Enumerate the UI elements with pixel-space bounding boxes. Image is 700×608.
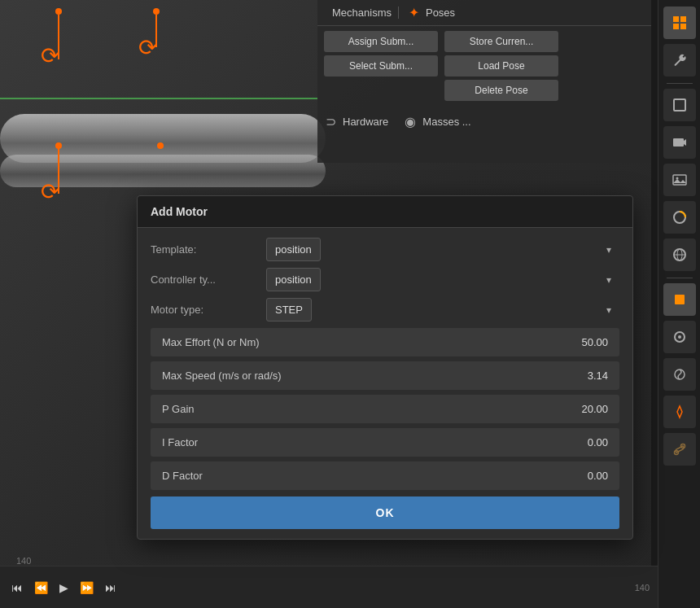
step-forward-button[interactable]: ⏩	[77, 578, 97, 597]
mechanisms-section: Mechanisms	[326, 7, 399, 19]
motor-type-select[interactable]: STEP	[266, 298, 312, 321]
template-select-wrapper: position	[266, 238, 619, 261]
svg-rect-4	[674, 99, 685, 111]
i-factor-value: 0.00	[588, 436, 608, 448]
buttons-row-1: Assign Subm... Store Curren...	[324, 31, 645, 52]
controller-type-label: Controller ty...	[151, 273, 256, 286]
layout-panel-btn[interactable]	[663, 7, 696, 39]
top-toolbar: Mechanisms ✦ Poses Assign Subm... Store …	[317, 0, 651, 163]
masses-section: ◉ Masses ...	[405, 114, 470, 129]
motor-type-label: Motor type:	[151, 304, 256, 316]
scene-icon	[672, 97, 688, 113]
svg-rect-0	[673, 16, 679, 22]
constraint-icon-1: ⟳	[41, 45, 59, 68]
green-axis-line	[0, 98, 317, 99]
i-factor-label: I Factor	[162, 436, 588, 448]
physics-panel-btn[interactable]	[663, 321, 696, 353]
layout-icon	[672, 15, 688, 31]
step-back-button[interactable]: ⏪	[31, 578, 51, 597]
paint-panel-btn[interactable]	[663, 201, 696, 234]
numeric-fields: Max Effort (N or Nm) 50.00 Max Speed (m/…	[151, 328, 619, 490]
select-subm-button[interactable]: Select Subm...	[324, 55, 438, 77]
physics-icon	[672, 329, 688, 345]
toolbar-buttons: Assign Subm... Store Curren... Select Su…	[317, 26, 651, 106]
jump-start-button[interactable]: ⏮	[8, 578, 26, 597]
poses-section: ✦ Poses	[409, 5, 455, 20]
armature-icon	[672, 404, 688, 420]
svg-rect-5	[673, 138, 684, 147]
store-current-button[interactable]: Store Curren...	[444, 31, 558, 52]
masses-label: Masses ...	[422, 116, 470, 128]
wrench-panel-btn[interactable]	[663, 44, 696, 77]
object-icon	[672, 291, 688, 308]
buttons-row-2: Select Subm... Load Pose	[324, 55, 645, 77]
delete-pose-button[interactable]: Delete Pose	[444, 80, 558, 101]
svg-rect-3	[680, 24, 686, 29]
bottom-timeline: ⏮ ⏪ ▶ ⏩ ⏭ 140	[0, 566, 658, 608]
template-select[interactable]: position	[266, 238, 321, 261]
max-speed-value: 3.14	[588, 370, 608, 382]
d-factor-row[interactable]: D Factor 0.00	[151, 461, 619, 490]
max-effort-label: Max Effort (N or Nm)	[162, 336, 581, 348]
svg-point-15	[678, 335, 681, 339]
render-panel-btn[interactable]	[663, 126, 696, 159]
motor-type-row: Motor type: STEP	[151, 298, 619, 321]
template-label: Template:	[151, 243, 256, 256]
i-factor-row[interactable]: I Factor 0.00	[151, 428, 619, 457]
panel-divider-2	[667, 278, 693, 278]
modal-header: Add Motor	[138, 196, 632, 228]
right-panel	[658, 0, 700, 608]
constraint-dot-2	[153, 8, 160, 15]
timeline-frame-hint: 140	[16, 556, 31, 566]
hardware-icon: ⊃	[326, 114, 336, 129]
controller-type-select-wrapper: position	[266, 268, 619, 291]
image-panel-btn[interactable]	[663, 164, 696, 196]
poses-label: Poses	[426, 7, 455, 19]
world-icon	[672, 247, 688, 263]
jump-end-button[interactable]: ⏭	[102, 578, 120, 597]
assign-subm-button[interactable]: Assign Subm...	[324, 31, 438, 52]
frame-counter: 140	[635, 583, 650, 593]
controller-type-select[interactable]: position	[266, 268, 321, 291]
world-panel-btn[interactable]	[663, 238, 696, 271]
p-gain-label: P Gain	[162, 403, 581, 415]
paint-icon	[672, 209, 688, 225]
particles-icon	[672, 366, 688, 383]
top-nav: Mechanisms ✦ Poses	[317, 0, 651, 26]
max-speed-label: Max Speed (m/s or rad/s)	[162, 370, 588, 382]
camera-icon	[672, 134, 688, 151]
hw-masses-row: ⊃ Hardware ◉ Masses ...	[317, 109, 651, 134]
poses-icon: ✦	[409, 5, 419, 20]
play-button[interactable]: ▶	[56, 578, 72, 597]
modal-body: Template: position Controller ty... posi…	[138, 228, 632, 539]
modal-title: Add Motor	[151, 205, 208, 218]
wrench-icon	[672, 52, 688, 68]
controller-type-row: Controller ty... position	[151, 268, 619, 291]
panel-divider-1	[667, 83, 693, 84]
svg-rect-2	[673, 24, 679, 29]
masses-icon: ◉	[405, 114, 416, 129]
constraint-dot-1	[55, 8, 62, 15]
image-icon	[672, 172, 688, 188]
max-effort-value: 50.00	[581, 336, 608, 348]
constraint-icon-2: ⟳	[138, 37, 157, 59]
load-pose-button[interactable]: Load Pose	[444, 55, 558, 77]
constraint-icon-3: ⟳	[41, 181, 59, 203]
hardware-label: Hardware	[343, 116, 388, 128]
object-panel-btn[interactable]	[663, 283, 696, 316]
scene-panel-btn[interactable]	[663, 89, 696, 121]
max-effort-row[interactable]: Max Effort (N or Nm) 50.00	[151, 328, 619, 356]
constraint-dot-4	[157, 142, 164, 149]
p-gain-row[interactable]: P Gain 20.00	[151, 395, 619, 423]
buttons-row-3: Delete Pose	[324, 80, 645, 101]
max-speed-row[interactable]: Max Speed (m/s or rad/s) 3.14	[151, 361, 619, 390]
d-factor-label: D Factor	[162, 470, 588, 482]
bone-icon	[672, 441, 688, 457]
svg-rect-1	[680, 16, 686, 22]
armature-panel-btn[interactable]	[663, 396, 696, 428]
bone-panel-btn[interactable]	[663, 433, 696, 466]
particles-panel-btn[interactable]	[663, 358, 696, 391]
svg-rect-13	[675, 295, 685, 304]
p-gain-value: 20.00	[581, 403, 608, 415]
ok-button[interactable]: OK	[151, 496, 619, 529]
